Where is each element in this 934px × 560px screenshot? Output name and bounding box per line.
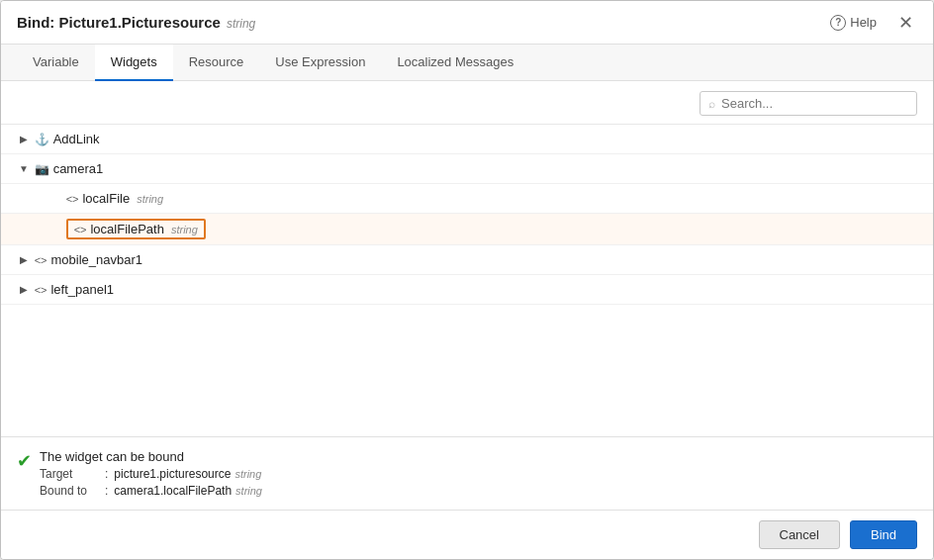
- tree-row[interactable]: <> localFilePath string: [1, 214, 933, 245]
- node-type: string: [171, 224, 198, 235]
- tab-localized-messages[interactable]: Localized Messages: [381, 45, 529, 81]
- help-button[interactable]: ? Help: [824, 13, 883, 33]
- content-area: ⌕ ▶ ⚓ AddLink ▼ 📷 camera1: [1, 81, 933, 436]
- node-label: left_panel1: [50, 282, 114, 297]
- search-icon: ⌕: [708, 97, 715, 111]
- tree-row[interactable]: ▶ <> left_panel1: [1, 275, 933, 305]
- dialog-title-type: string: [227, 17, 255, 31]
- tab-widgets[interactable]: Widgets: [95, 45, 173, 81]
- tree-area: ▶ ⚓ AddLink ▼ 📷 camera1: [1, 124, 933, 436]
- node-label: AddLink: [53, 132, 100, 146]
- anchor-icon: ⚓: [35, 133, 49, 146]
- status-target-row: Target : picture1.picturesource string: [40, 467, 262, 481]
- tree-row[interactable]: ▶ <> mobile_navbar1: [1, 245, 933, 275]
- camera-icon: 📷: [35, 162, 49, 176]
- status-row: ✔ The widget can be bound Target : pictu…: [17, 449, 917, 498]
- tab-use-expression[interactable]: Use Expression: [259, 45, 381, 81]
- tab-bar: Variable Widgets Resource Use Expression…: [1, 45, 933, 81]
- status-target-type: string: [234, 468, 261, 480]
- status-text-block: The widget can be bound Target : picture…: [40, 449, 262, 498]
- tree-row[interactable]: ▼ 📷 camera1: [1, 154, 933, 184]
- title-left: Bind: Picture1.Picturesource string: [17, 14, 255, 31]
- status-colon2: :: [105, 484, 108, 498]
- code-icon: <>: [35, 254, 47, 266]
- check-icon: ✔: [17, 450, 32, 472]
- tree-row[interactable]: ▶ ⚓ AddLink: [1, 125, 933, 154]
- status-target-label: Target: [40, 467, 99, 481]
- search-box: ⌕: [700, 91, 917, 116]
- tab-resource[interactable]: Resource: [173, 45, 260, 81]
- bind-dialog: Bind: Picture1.Picturesource string ? He…: [0, 0, 934, 560]
- node-label: localFile: [82, 191, 130, 206]
- node-label: mobile_navbar1: [50, 252, 142, 267]
- code-icon: <>: [66, 193, 79, 205]
- collapse-icon[interactable]: ▶: [17, 133, 31, 146]
- footer: Cancel Bind: [1, 510, 933, 559]
- title-right: ? Help ✕: [824, 13, 917, 33]
- status-bound-label: Bound to: [40, 484, 99, 498]
- status-bound-row: Bound to : camera1.localFilePath string: [40, 484, 262, 498]
- title-bar: Bind: Picture1.Picturesource string ? He…: [1, 1, 933, 45]
- status-main-text: The widget can be bound: [40, 449, 262, 464]
- status-bar: ✔ The widget can be bound Target : pictu…: [1, 436, 933, 510]
- node-label: camera1: [53, 161, 104, 176]
- status-bound-value: camera1.localFilePath: [114, 484, 232, 498]
- tree-row[interactable]: <> localFile string: [1, 184, 933, 214]
- help-circle-icon: ?: [830, 15, 846, 31]
- node-type: string: [137, 193, 163, 205]
- cancel-button[interactable]: Cancel: [759, 520, 840, 549]
- status-colon: :: [105, 467, 108, 481]
- code-icon: <>: [35, 284, 47, 296]
- dialog-title: Bind: Picture1.Picturesource: [17, 14, 221, 31]
- status-target-value: picture1.picturesource: [114, 467, 231, 481]
- bind-button[interactable]: Bind: [850, 520, 917, 549]
- collapse-icon[interactable]: ▶: [17, 283, 31, 297]
- node-label: localFilePath: [90, 222, 163, 236]
- search-input[interactable]: [721, 96, 908, 111]
- code-icon: <>: [74, 224, 87, 235]
- expand-icon[interactable]: ▼: [17, 162, 31, 176]
- status-bound-type: string: [235, 485, 262, 497]
- close-button[interactable]: ✕: [894, 14, 917, 32]
- tab-variable[interactable]: Variable: [17, 45, 95, 81]
- toolbar: ⌕: [1, 81, 933, 124]
- help-label: Help: [850, 15, 877, 30]
- collapse-icon[interactable]: ▶: [17, 253, 31, 267]
